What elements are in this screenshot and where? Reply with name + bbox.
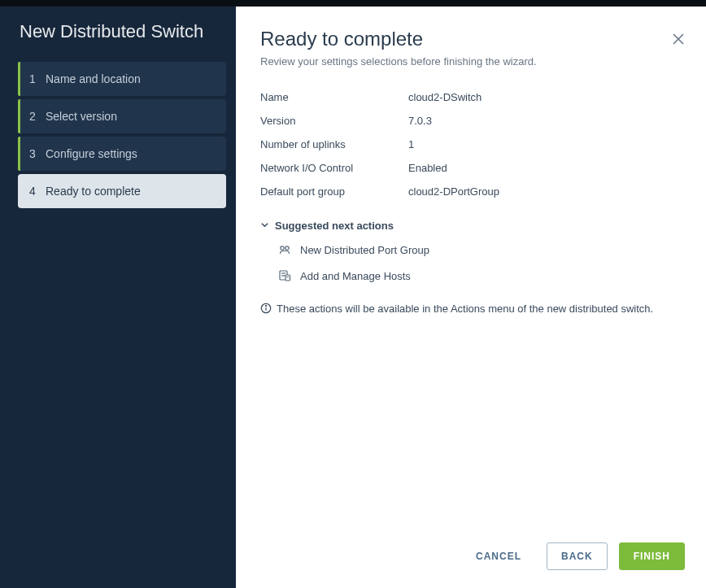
action-add-manage-hosts: Add and Manage Hosts (260, 263, 682, 289)
summary-label: Network I/O Control (260, 162, 408, 174)
summary-label: Number of uplinks (260, 138, 408, 150)
info-note-text: These actions will be available in the A… (277, 302, 653, 316)
summary-value: Enabled (408, 162, 447, 174)
action-label: Add and Manage Hosts (300, 270, 411, 282)
wizard-content: Ready to complete Review your settings s… (236, 7, 706, 528)
wizard-footer: CANCEL BACK FINISH (236, 528, 706, 588)
wizard-dialog: New Distributed Switch 1 Name and locati… (0, 0, 706, 588)
summary-value: 1 (408, 138, 414, 150)
step-ready-to-complete[interactable]: 4 Ready to complete (18, 174, 226, 208)
back-button[interactable]: BACK (547, 542, 608, 570)
page-title: Ready to complete (260, 28, 682, 50)
step-name-location[interactable]: 1 Name and location (18, 62, 226, 96)
page-subtitle: Review your settings selections before f… (260, 55, 682, 68)
wizard-title: New Distributed Switch (18, 21, 226, 42)
step-select-version[interactable]: 2 Select version (18, 99, 226, 133)
summary-value: cloud2-DPortGroup (408, 185, 499, 198)
chevron-down-icon (260, 220, 269, 232)
info-icon (260, 303, 272, 318)
action-label: New Distributed Port Group (300, 244, 429, 256)
summary-value: cloud2-DSwitch (408, 91, 482, 103)
suggested-actions-header[interactable]: Suggested next actions (260, 215, 682, 237)
wizard-main: Ready to complete Review your settings s… (236, 7, 706, 588)
summary-label: Name (260, 91, 408, 103)
step-label: Select version (46, 110, 117, 123)
summary-row: Version 7.0.3 (260, 109, 682, 133)
summary-table: Name cloud2-DSwitch Version 7.0.3 Number… (260, 85, 682, 318)
wizard-steps: 1 Name and location 2 Select version 3 C… (18, 62, 226, 208)
action-new-port-group: New Distributed Port Group (260, 237, 682, 263)
summary-label: Version (260, 115, 408, 127)
close-button[interactable] (672, 33, 685, 49)
svg-point-11 (265, 306, 266, 307)
step-configure-settings[interactable]: 3 Configure settings (18, 137, 226, 171)
step-number: 3 (29, 147, 46, 160)
summary-row: Network I/O Control Enabled (260, 156, 682, 180)
finish-button[interactable]: FINISH (619, 542, 685, 570)
summary-row: Name cloud2-DSwitch (260, 85, 682, 109)
step-number: 1 (29, 72, 46, 85)
summary-value: 7.0.3 (408, 115, 432, 127)
step-label: Ready to complete (46, 185, 141, 198)
step-label: Configure settings (46, 147, 137, 160)
close-icon (672, 33, 685, 46)
svg-rect-7 (285, 275, 290, 281)
svg-point-2 (281, 246, 284, 250)
summary-label: Default port group (260, 185, 408, 198)
info-note: These actions will be available in the A… (260, 302, 682, 318)
svg-point-3 (285, 246, 289, 250)
section-header-label: Suggested next actions (275, 220, 394, 232)
wizard-sidebar: New Distributed Switch 1 Name and locati… (0, 7, 236, 588)
step-number: 4 (29, 185, 46, 198)
summary-row: Default port group cloud2-DPortGroup (260, 180, 682, 203)
summary-row: Number of uplinks 1 (260, 133, 682, 156)
hosts-icon (278, 269, 291, 282)
cancel-button[interactable]: CANCEL (462, 543, 535, 569)
step-label: Name and location (46, 72, 141, 85)
step-number: 2 (29, 110, 46, 123)
port-group-icon (278, 243, 291, 256)
